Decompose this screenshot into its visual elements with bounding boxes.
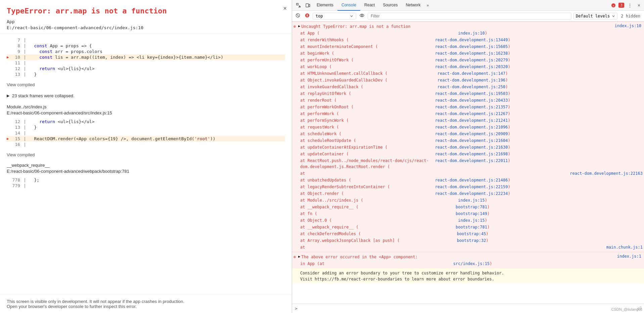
stack-line: at checkDeferredModules (bootstrap:45) [292, 230, 644, 237]
stack-text: at Object.render ( [300, 191, 435, 197]
stack-link[interactable]: index.js:15 [458, 217, 485, 223]
stack-link[interactable]: react-dom.development.js:22234 [435, 191, 508, 197]
error-source-link-2[interactable]: index.js:1 [617, 254, 643, 259]
view-compiled-link-2[interactable]: View compiled [7, 151, 285, 160]
inspect-element-button[interactable] [294, 1, 303, 9]
stack-text: at beginWork ( [300, 50, 435, 56]
stack-link[interactable]: react-dom.development.js:20279 [435, 57, 508, 63]
error-title: TypeError: arr.map is not a function [7, 7, 282, 15]
module-label: Module../src/index.js [7, 104, 285, 109]
error-icon-2: ⊗ [292, 254, 297, 260]
settings-button[interactable]: ⋮ [626, 1, 634, 9]
stack-link[interactable]: react-dom.development.js:16238 [435, 50, 508, 56]
device-toolbar-button[interactable] [303, 1, 313, 9]
stack-link[interactable]: react-dom.development.js:21267 [435, 111, 508, 117]
console-filter-input[interactable] [368, 13, 571, 19]
stack-link[interactable]: react-dom.development.js:196 [438, 77, 505, 83]
line-sep: | [24, 49, 29, 54]
stack-text: at performWork ( [300, 111, 435, 117]
stack-link[interactable]: index.js:15 [458, 197, 485, 203]
stack-link[interactable]: index.js:10 [458, 30, 485, 36]
context-selector[interactable]: top [313, 13, 356, 19]
stack-text: at scheduleWork ( [300, 131, 435, 137]
tab-network[interactable]: Network [402, 0, 424, 11]
stack-link[interactable]: react-dom.development.js:21486 [435, 177, 508, 183]
stack-link[interactable]: bootstrap:781 [456, 204, 487, 210]
view-compiled-link[interactable]: View compiled [7, 81, 285, 90]
console-input[interactable] [300, 306, 637, 311]
stack-link[interactable]: react-dom.development.js:21698 [435, 151, 508, 157]
stack-line: at Object.0 (index.js:15) [292, 217, 644, 224]
stack-collapsed-text: 23 stack frames were collapsed. [12, 93, 75, 98]
code-line-error: ▶ 10 | const lis = arr.map((item, index)… [7, 54, 285, 60]
tab-sources[interactable]: Sources [379, 0, 402, 11]
stack-link[interactable]: bootstrap:149 [456, 211, 487, 217]
tab-console[interactable]: Console [337, 0, 360, 11]
stack-link[interactable]: react-dom.development.js:22011 [435, 158, 508, 170]
error-source-link[interactable]: index.js:10 [615, 23, 643, 28]
stack-link[interactable]: react-dom.development.js:21241 [435, 117, 508, 123]
collapse-arrow: ▶ [7, 94, 9, 98]
stack-text: at legacyRenderSubtreeIntoContainer ( [300, 184, 435, 190]
stack-link[interactable]: react-dom.development.js:15605 [435, 44, 508, 50]
stack-text: at workLoop ( [300, 64, 435, 70]
stack-link[interactable]: react-dom.development.js:147 [438, 70, 505, 76]
more-tabs-button[interactable]: » [424, 2, 431, 9]
error-message-text-2: The above error occurred in the <App> co… [301, 254, 617, 260]
stack-line: at main.chunk.js:1 [292, 244, 644, 251]
watermark: CSDN_@liulang68 [611, 307, 643, 311]
stack-link[interactable]: react-dom.development.js:21630 [435, 144, 508, 150]
stack-link[interactable]: react-dom.development.js:20433 [435, 97, 508, 103]
stack-text: at unbatchedUpdates ( [300, 177, 435, 183]
warning-text-1: Consider adding an error boundary to you… [300, 270, 643, 276]
stack-text: at scheduleRootUpdate ( [300, 138, 435, 144]
console-error-1: ⊗ ▶ Uncaught TypeError: arr.map is not a… [292, 21, 644, 252]
error-component-label: App [7, 19, 282, 24]
expand-arrow-2[interactable]: ▶ [297, 254, 301, 259]
stack-link[interactable]: react-dom.development.js:21357 [435, 104, 508, 110]
line-num: 12 [12, 119, 24, 124]
stack-link[interactable]: react-dom.development.js:21604 [435, 138, 508, 144]
code-line: 779 | [7, 183, 285, 189]
stack-line: at react-dom.development.js:22163 [292, 170, 644, 177]
stack-text: at __webpack_require__ ( [300, 224, 456, 230]
stack-line: at invokeGuardedCallback (react-dom.deve… [292, 84, 644, 90]
stack-link[interactable]: react-dom.development.js:13449 [435, 37, 508, 43]
line-arrow [7, 125, 12, 129]
clear-console-button[interactable] [294, 12, 302, 20]
stack-line: at mountIndeterminateComponent (react-do… [292, 43, 644, 50]
stack-link[interactable]: bootstrap:45 [457, 231, 486, 237]
stack-link[interactable]: react-dom.development.js:22163 [570, 170, 643, 176]
stack-line: at fn (bootstrap:149) [292, 210, 644, 217]
stack-link[interactable]: src/index.js:15 [453, 261, 490, 267]
stack-link[interactable]: bootstrap:32 [457, 238, 486, 244]
stack-link[interactable]: react-dom.development.js:21096 [435, 124, 508, 130]
stack-collapsed[interactable]: ▶ 23 stack frames were collapsed. [7, 90, 285, 102]
stack-line: at renderWithHooks (react-dom.developmen… [292, 37, 644, 43]
hidden-count[interactable]: 2 hidden [619, 13, 642, 19]
stack-link[interactable]: react-dom.development.js:22159 [435, 184, 508, 190]
stack-text: at Module../src/index.js ( [300, 197, 458, 203]
log-levels-label: Default levels [576, 14, 610, 18]
line-arrow [7, 44, 12, 48]
eye-filter-button[interactable] [358, 12, 366, 19]
stack-link[interactable]: react-dom.development.js:20320 [435, 64, 508, 70]
stack-line: at updateContainerAtExpirationTime (reac… [292, 144, 644, 151]
tab-elements[interactable]: Elements [313, 0, 337, 11]
log-levels-selector[interactable]: Default levels [573, 13, 617, 19]
warning-text-2: Visit https://fb.me/react-error-boundari… [300, 276, 643, 282]
stack-link[interactable]: react-dom.development.js:19503 [435, 91, 508, 97]
stack-line: at legacyRenderSubtreeIntoContainer (rea… [292, 184, 644, 190]
line-num: 778 [12, 177, 24, 182]
stack-link[interactable]: react-dom.development.js:250 [438, 84, 505, 90]
stack-link[interactable]: main.chunk.js:1 [606, 244, 643, 250]
stack-link[interactable]: react-dom.development.js:20909 [435, 131, 508, 137]
close-button[interactable]: × [283, 5, 287, 12]
stack-line: at workLoop (react-dom.development.js:20… [292, 63, 644, 70]
line-arrow [7, 49, 12, 54]
close-devtools-button[interactable]: × [636, 1, 642, 9]
stack-link[interactable]: bootstrap:781 [456, 224, 487, 230]
tab-react[interactable]: React [360, 0, 379, 11]
stop-on-error-button[interactable] [303, 12, 311, 20]
expand-arrow[interactable]: ▶ [297, 23, 301, 29]
